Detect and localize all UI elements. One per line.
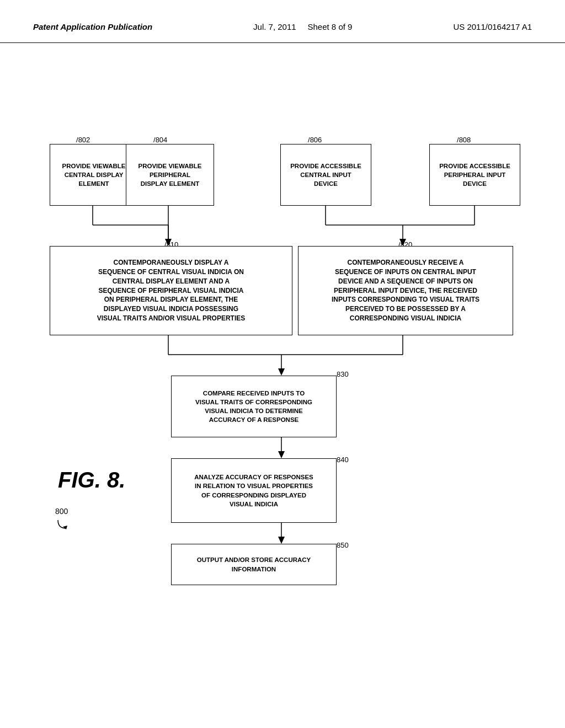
svg-marker-20 [278, 537, 285, 544]
ref-840: 840 [337, 456, 349, 464]
box-808: PROVIDE ACCESSIBLE PERIPHERAL INPUT DEVI… [429, 144, 520, 206]
ref-806: /806 [308, 136, 322, 144]
ref-808: /808 [457, 136, 471, 144]
svg-marker-18 [278, 451, 285, 458]
header-publication-label: Patent Application Publication [33, 22, 152, 31]
figure-800-label: 800 [55, 506, 72, 531]
box-840: ANALYZE ACCURACY OF RESPONSES IN RELATIO… [171, 458, 337, 523]
ref-850: 850 [337, 541, 349, 549]
box-810: CONTEMPORANEOUSLY DISPLAY A SEQUENCE OF … [50, 246, 292, 335]
page-header: Patent Application Publication Jul. 7, 2… [0, 0, 565, 43]
box-802: PROVIDE VIEWABLE CENTRAL DISPLAY ELEMENT [50, 144, 138, 206]
header-center: Jul. 7, 2011 Sheet 8 of 9 [253, 22, 352, 31]
svg-marker-14 [278, 368, 285, 376]
box-820: CONTEMPORANEOUSLY RECEIVE A SEQUENCE OF … [298, 246, 513, 335]
header-sheet: Sheet 8 of 9 [308, 22, 353, 31]
header-patent-number: US 2011/0164217 A1 [453, 22, 532, 31]
ref-830: 830 [337, 370, 349, 378]
ref-802: /802 [76, 136, 90, 144]
ref-804: /804 [153, 136, 167, 144]
box-806: PROVIDE ACCESSIBLE CENTRAL INPUT DEVICE [280, 144, 371, 206]
header-date: Jul. 7, 2011 [253, 22, 296, 31]
figure-label: FIG. 8. [58, 468, 125, 493]
diagram-area: /802 PROVIDE VIEWABLE CENTRAL DISPLAY EL… [0, 43, 565, 716]
box-804: PROVIDE VIEWABLE PERIPHERAL DISPLAY ELEM… [126, 144, 214, 206]
svg-marker-21 [63, 526, 67, 529]
loop-arrow-icon [55, 517, 72, 531]
box-850: OUTPUT AND/OR STORE ACCURACY INFORMATION [171, 544, 337, 585]
box-830: COMPARE RECEIVED INPUTS TO VISUAL TRAITS… [171, 376, 337, 437]
